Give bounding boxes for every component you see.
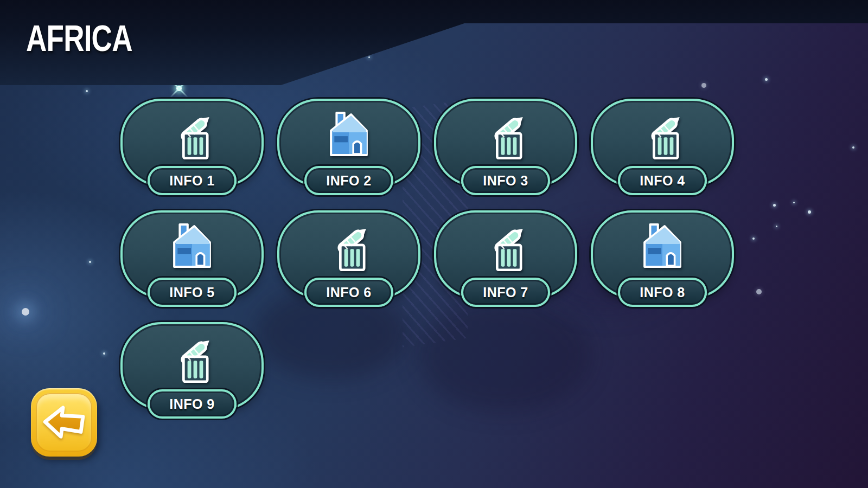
card-info-pill: INFO 7: [461, 278, 550, 307]
card-label-text: INFO 3: [483, 173, 528, 189]
card-info-pill: INFO 2: [304, 166, 393, 195]
card-label-text: INFO 2: [326, 173, 372, 189]
card-info-pill: INFO 9: [148, 389, 237, 419]
card-icon-slot: [328, 220, 370, 271]
star-glow: [22, 308, 29, 316]
card-label-text: INFO 9: [169, 396, 215, 412]
info-card-5[interactable]: INFO 5: [120, 210, 264, 328]
trash-quill-icon: [171, 108, 213, 159]
card-icon-slot: [484, 108, 527, 159]
info-card-1[interactable]: INFO 1: [120, 99, 264, 216]
house-icon: [641, 220, 684, 271]
info-card-6[interactable]: INFO 6: [277, 210, 420, 328]
card-info-pill: INFO 4: [618, 166, 707, 195]
region-banner: AFRICA: [0, 0, 868, 85]
info-card-2[interactable]: INFO 2: [277, 99, 420, 216]
trash-quill-icon: [328, 220, 370, 271]
card-label-text: INFO 8: [640, 285, 685, 300]
card-icon-slot: [641, 108, 684, 159]
page-title: AFRICA: [26, 20, 132, 56]
star-dot: [368, 56, 370, 58]
info-card-3[interactable]: INFO 3: [434, 99, 577, 216]
trash-quill-icon: [641, 108, 684, 159]
card-label-text: INFO 1: [169, 173, 215, 189]
star-dot: [773, 204, 776, 207]
trash-quill-icon: [484, 220, 527, 271]
card-label-text: INFO 7: [483, 285, 528, 300]
info-card-7[interactable]: INFO 7: [434, 210, 577, 328]
star-dot: [852, 146, 854, 149]
house-icon: [171, 220, 213, 271]
star-dot: [808, 210, 811, 214]
card-info-pill: INFO 1: [148, 166, 237, 195]
card-icon-slot: [641, 220, 684, 271]
house-icon: [328, 108, 370, 159]
star-dot: [752, 237, 755, 240]
star-dot: [89, 261, 91, 263]
trash-quill-icon: [171, 332, 213, 383]
back-button-face: [36, 393, 92, 452]
back-button[interactable]: [31, 388, 97, 457]
star-dot: [103, 352, 105, 355]
card-label-text: INFO 4: [640, 173, 685, 189]
trash-quill-icon: [484, 108, 527, 159]
star-dot: [765, 78, 768, 81]
info-card-9[interactable]: INFO 9: [120, 322, 264, 439]
card-info-pill: INFO 3: [461, 166, 550, 195]
card-icon-slot: [171, 220, 213, 271]
card-icon-slot: [171, 332, 213, 383]
card-info-pill: INFO 8: [618, 278, 707, 307]
card-icon-slot: [328, 108, 370, 159]
card-label-text: INFO 5: [169, 285, 215, 300]
star-dot: [776, 226, 777, 227]
star-flare: [176, 86, 182, 91]
star-gray: [756, 289, 762, 294]
card-info-pill: INFO 6: [304, 278, 393, 307]
star-dot: [793, 202, 795, 203]
card-icon-slot: [484, 220, 527, 271]
card-label-text: INFO 6: [326, 285, 372, 300]
next-button[interactable]: [794, 216, 840, 269]
card-info-pill: INFO 5: [148, 278, 237, 307]
info-card-8[interactable]: INFO 8: [591, 210, 734, 328]
star-gray: [701, 83, 706, 88]
back-arrow-icon: [42, 404, 86, 440]
game-screen: AFRICA: [0, 0, 868, 488]
card-icon-slot: [171, 108, 213, 159]
star-dot: [86, 90, 88, 92]
info-card-4[interactable]: INFO 4: [591, 99, 734, 216]
